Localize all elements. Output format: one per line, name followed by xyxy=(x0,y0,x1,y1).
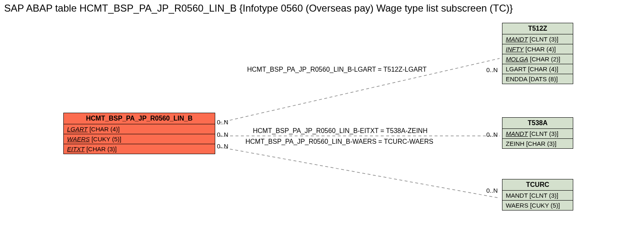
relation-label: HCMT_BSP_PA_JP_R0560_LIN_B-EITXT = T538A… xyxy=(253,127,428,135)
entity-field: MOLGA [CHAR (2)] xyxy=(502,54,573,64)
entity-field: INFTY [CHAR (4)] xyxy=(502,44,573,54)
entity-t538a: T538A MANDT [CLNT (3)] ZEINH [CHAR (3)] xyxy=(502,117,573,149)
entity-field: ENDDA [DATS (8)] xyxy=(502,74,573,84)
entity-main-header: HCMT_BSP_PA_JP_R0560_LIN_B xyxy=(64,113,215,124)
cardinality-right: 0..N xyxy=(486,131,498,138)
entity-field: WAERS [CUKY (5)] xyxy=(502,201,573,210)
page-title: SAP ABAP table HCMT_BSP_PA_JP_R0560_LIN_… xyxy=(4,2,513,14)
entity-field: MANDT [CLNT (3)] xyxy=(502,129,573,139)
cardinality-left: 0..N xyxy=(217,131,228,138)
entity-header: T538A xyxy=(502,118,573,129)
relation-label: HCMT_BSP_PA_JP_R0560_LIN_B-WAERS = TCURC… xyxy=(245,138,433,145)
entity-main-field: WAERS [CUKY (5)] xyxy=(64,134,215,144)
entity-main-field: EITXT [CHAR (3)] xyxy=(64,144,215,154)
entity-header: TCURC xyxy=(502,179,573,191)
entity-field: MANDT [CLNT (3)] xyxy=(502,34,573,44)
entity-main: HCMT_BSP_PA_JP_R0560_LIN_B LGART [CHAR (… xyxy=(63,113,215,154)
entity-field: MANDT [CLNT (3)] xyxy=(502,191,573,201)
relation-label: HCMT_BSP_PA_JP_R0560_LIN_B-LGART = T512Z… xyxy=(247,66,427,73)
cardinality-right: 0..N xyxy=(486,187,498,194)
entity-field: LGART [CHAR (4)] xyxy=(502,64,573,74)
entity-main-field: LGART [CHAR (4)] xyxy=(64,124,215,134)
cardinality-right: 0..N xyxy=(486,66,498,73)
cardinality-left: 0..N xyxy=(217,119,228,126)
entity-header: T512Z xyxy=(502,23,573,34)
entity-tcurc: TCURC MANDT [CLNT (3)] WAERS [CUKY (5)] xyxy=(502,179,573,210)
cardinality-left: 0..N xyxy=(217,143,228,150)
entity-t512z: T512Z MANDT [CLNT (3)] INFTY [CHAR (4)] … xyxy=(502,23,573,84)
entity-field: ZEINH [CHAR (3)] xyxy=(502,139,573,148)
svg-line-2 xyxy=(219,147,500,198)
